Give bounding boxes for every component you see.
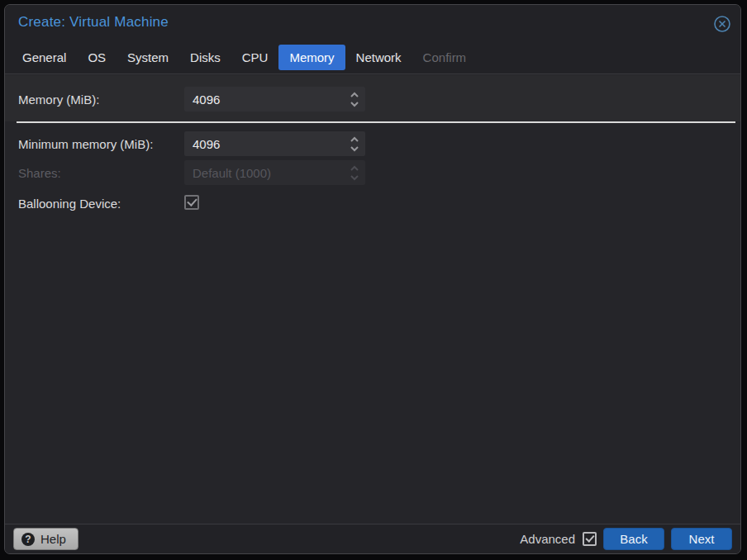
chevron-up-icon: [350, 136, 359, 143]
back-button[interactable]: Back: [603, 528, 664, 550]
spinner-down-button[interactable]: [350, 99, 359, 108]
tab-os[interactable]: OS: [77, 45, 117, 70]
dialog-header: Create: Virtual Machine General OS Syste…: [5, 5, 740, 74]
minimum-memory-row: Minimum memory (MiB): 4096: [5, 131, 740, 156]
chevron-down-icon: [350, 145, 359, 152]
memory-row: Memory (MiB): 4096: [5, 87, 740, 112]
chevron-up-icon: [350, 92, 359, 98]
memory-value: 4096: [184, 93, 344, 107]
create-vm-dialog: Create: Virtual Machine General OS Syste…: [4, 4, 741, 554]
spinner-down-button[interactable]: [350, 144, 359, 153]
help-icon: ?: [21, 533, 35, 546]
ballooning-row: Ballooning Device:: [5, 194, 740, 212]
spinner-down-button: [350, 173, 359, 182]
ballooning-label: Ballooning Device:: [18, 197, 121, 211]
wizard-tabbar: General OS System Disks CPU Memory Netwo…: [12, 43, 734, 71]
next-button[interactable]: Next: [671, 528, 732, 550]
spinner-up-button: [350, 164, 359, 173]
tab-system[interactable]: System: [117, 45, 179, 70]
dialog-title: Create: Virtual Machine: [18, 14, 169, 31]
help-button[interactable]: ? Help: [13, 528, 79, 550]
minimum-memory-spinner-field[interactable]: 4096: [184, 131, 365, 156]
tab-confirm: Confirm: [412, 45, 478, 70]
close-icon: [713, 15, 731, 33]
shares-row: Shares: Default (1000): [5, 160, 740, 185]
minimum-memory-value: 4096: [184, 137, 344, 151]
chevron-down-icon: [350, 101, 359, 107]
close-button[interactable]: [712, 14, 732, 34]
shares-value: Default (1000): [184, 166, 344, 180]
footer-actions: Advanced Back Next: [520, 528, 732, 550]
tab-general[interactable]: General: [12, 45, 77, 70]
help-button-label: Help: [40, 532, 66, 546]
spinner-up-button[interactable]: [350, 135, 359, 144]
memory-spinner-field[interactable]: 4096: [184, 87, 365, 112]
minimum-memory-label: Minimum memory (MiB):: [18, 137, 153, 151]
tab-network[interactable]: Network: [345, 45, 412, 70]
advanced-label: Advanced: [520, 532, 575, 546]
minimum-memory-spinner-buttons: [344, 131, 365, 156]
chevron-down-icon: [350, 174, 359, 181]
shares-label: Shares:: [18, 166, 61, 180]
dialog-footer: ? Help Advanced Back Next: [5, 524, 740, 553]
ballooning-checkbox[interactable]: [184, 195, 199, 210]
tab-cpu[interactable]: CPU: [231, 45, 279, 70]
memory-spinner-buttons: [344, 87, 365, 112]
memory-label: Memory (MiB):: [18, 93, 99, 107]
advanced-section-divider: [17, 121, 735, 123]
chevron-up-icon: [350, 165, 359, 172]
tab-disks[interactable]: Disks: [179, 45, 231, 70]
shares-spinner-buttons: [344, 160, 365, 185]
tab-memory[interactable]: Memory: [278, 45, 345, 70]
shares-spinner-field: Default (1000): [184, 160, 365, 185]
spinner-up-button[interactable]: [350, 90, 359, 99]
advanced-checkbox[interactable]: [583, 532, 597, 546]
